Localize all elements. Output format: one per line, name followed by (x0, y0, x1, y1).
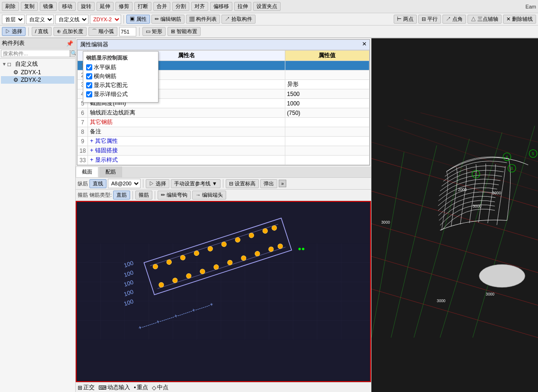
prop-row-9[interactable]: 9 + 其它属性 (78, 137, 370, 146)
col-value: 属性值 (285, 51, 369, 61)
rebar-check-show-formula[interactable]: 显示详细公式 (86, 90, 155, 98)
status-endpoint[interactable]: • 重点 (134, 383, 148, 392)
status-dynamic-input[interactable]: ⌨ 动态输入 (98, 383, 130, 392)
btn-parallel[interactable]: ⊟ 平行 (418, 15, 441, 24)
btn-edit-hook[interactable]: ✏ 编辑弯钩 (158, 191, 191, 200)
btn-delete[interactable]: 刷除 (2, 2, 19, 11)
row-name-18[interactable]: + 锚固搭接 (88, 146, 285, 156)
btn-smart-layout[interactable]: ⊞ 智能布置 (168, 27, 201, 36)
prop-row-33[interactable]: 33 + 显示样式 (78, 156, 370, 165)
btn-mirror[interactable]: 镜像 (40, 2, 57, 11)
row-value-1[interactable] (285, 61, 369, 70)
check-horizontal[interactable] (86, 64, 92, 70)
status-orthogonal[interactable]: ⊞ 正交 (78, 383, 95, 392)
btn-select[interactable]: ▷ 选择 (2, 27, 26, 36)
more-btn[interactable]: » (279, 180, 286, 187)
prop-editor-close[interactable]: ✕ (362, 41, 367, 49)
row-value-2[interactable] (285, 70, 369, 80)
btn-two-point[interactable]: ⊢ 两点 (394, 15, 417, 24)
row-name-33[interactable]: + 显示样式 (88, 156, 285, 165)
svg-point-28 (262, 228, 268, 234)
btn-component-list[interactable]: ▦ 构件列表 (186, 15, 220, 24)
tab-rebar[interactable]: 配筋 (99, 166, 122, 177)
tree-item-zdyx2[interactable]: ⚙ ZDYX-2 (1, 76, 74, 84)
btn-line-type[interactable]: 直线 (89, 179, 106, 188)
check-transverse[interactable] (86, 73, 92, 79)
endpoint-label: 重点 (137, 383, 148, 392)
search-input[interactable] (1, 50, 70, 57)
sep2 (28, 27, 29, 36)
prop-row-6[interactable]: 6 轴线距左边线距离 (750) (78, 108, 370, 118)
expand-icon-root[interactable]: ▼ (2, 61, 8, 67)
prop-row-7[interactable]: 7 其它钢筋 (78, 118, 370, 127)
btn-stretch[interactable]: 拉伸 (234, 2, 251, 11)
btn-add-length[interactable]: ⊕ 点加长度 (53, 27, 87, 36)
row-value-7[interactable] (285, 118, 369, 127)
btn-three-point-axis[interactable]: △ 三点辅轴 (467, 15, 502, 24)
btn-arc[interactable]: ⌒ 顺小弧 (88, 27, 117, 36)
custom-line-select[interactable]: 自定义线 (55, 15, 88, 24)
svg-point-29 (271, 225, 277, 231)
btn-edit-end[interactable]: → 编辑端头 (192, 191, 226, 200)
status-bar: ⊞ 正交 ⌨ 动态输入 • 重点 ◇ 中点 (76, 382, 371, 392)
check-show-formula[interactable] (86, 91, 92, 97)
btn-set-grip[interactable]: 设置夹点 (253, 2, 281, 11)
btn-move[interactable]: 移动 (59, 2, 76, 11)
svg-point-27 (248, 232, 255, 238)
gear-icon-zdyx1: ⚙ (13, 69, 20, 76)
btn-split[interactable]: 分割 (172, 2, 189, 11)
btn-break[interactable]: 打断 (134, 2, 151, 11)
btn-trim[interactable]: 修剪 (115, 2, 132, 11)
btn-pick-component[interactable]: ↗ 拾取构件 (221, 15, 256, 24)
tree-item-zdyx1[interactable]: ⚙ ZDYX-1 (1, 69, 74, 76)
btn-property[interactable]: ▣ 属性 (126, 15, 150, 24)
btn-stirrup[interactable]: 箍筋 (135, 191, 152, 200)
btn-offset[interactable]: 偏移移 (210, 2, 232, 11)
dynamic-input-label: 动态输入 (107, 383, 130, 392)
btn-merge[interactable]: 合并 (153, 2, 170, 11)
row-name-9[interactable]: + 其它属性 (88, 137, 285, 146)
row-value-5[interactable]: 1000 (285, 99, 369, 108)
arc-value-input[interactable] (119, 27, 136, 36)
rebar-check-show-elements[interactable]: 显示其它图元 (86, 81, 155, 89)
rebar-check-transverse[interactable]: 横向钢筋 (86, 72, 155, 80)
check-show-elements[interactable] (86, 82, 92, 88)
row-value-9 (285, 137, 369, 146)
btn-copy[interactable]: 复制 (21, 2, 38, 11)
sep7 (155, 191, 155, 200)
btn-extend[interactable]: 延伸 (97, 2, 114, 11)
panel-pin[interactable]: 📌 (66, 40, 73, 47)
btn-eject[interactable]: 弹出 (260, 179, 277, 188)
orthogonal-label: 正交 (83, 383, 95, 392)
layer-select[interactable]: 首层 (2, 15, 25, 24)
btn-line[interactable]: / 直线 (32, 27, 52, 36)
btn-delete-axis[interactable]: ✕ 删除辅线 (503, 15, 536, 24)
sep3 (139, 27, 140, 36)
custom-select[interactable]: 自定义 (26, 15, 54, 24)
btn-rect[interactable]: ▭ 矩形 (142, 27, 166, 36)
btn-rotate[interactable]: 旋转 (78, 2, 95, 11)
zdyx-select[interactable]: ZDYX-2 (90, 15, 121, 24)
tab-section[interactable]: 截面 (76, 166, 98, 177)
btn-rebar-type-straight[interactable]: 直筋 (113, 191, 130, 200)
row-value-4[interactable]: 1500 (285, 89, 369, 99)
rebar-type-label: 钢筋类型: (89, 192, 112, 199)
btn-set-height[interactable]: ⊟ 设置标高 (226, 179, 259, 188)
tree-item-root[interactable]: ▼ □ 自定义线 (1, 60, 74, 69)
rebar-spec-select[interactable]: A8@200 (108, 179, 141, 188)
btn-align[interactable]: 对齐 (191, 2, 208, 11)
sep6 (132, 191, 133, 200)
svg-text:3000: 3000 (492, 191, 501, 195)
viewport-3d[interactable]: 2000 3000 3000 3000 3000 3000 2 3 4 5 (371, 38, 538, 392)
btn-edit-rebar[interactable]: ✏ 编辑钢筋 (151, 15, 185, 24)
btn-rebar-select[interactable]: ▷ 选择 (146, 179, 169, 188)
rebar-check-horizontal[interactable]: 水平纵筋 (86, 63, 155, 71)
row-name-6: 轴线距左边线距离 (88, 108, 285, 118)
btn-manual-ref[interactable]: 手动设置参考线 ▼ (171, 179, 220, 188)
btn-point-angle[interactable]: ↗ 点角 (442, 15, 466, 24)
prop-row-18[interactable]: 18 + 锚固搭接 (78, 146, 370, 156)
status-midpoint[interactable]: ◇ 中点 (152, 383, 168, 392)
prop-row-8[interactable]: 8 备注 (78, 127, 370, 137)
row-value-8[interactable] (285, 127, 369, 137)
svg-rect-1 (77, 244, 370, 340)
